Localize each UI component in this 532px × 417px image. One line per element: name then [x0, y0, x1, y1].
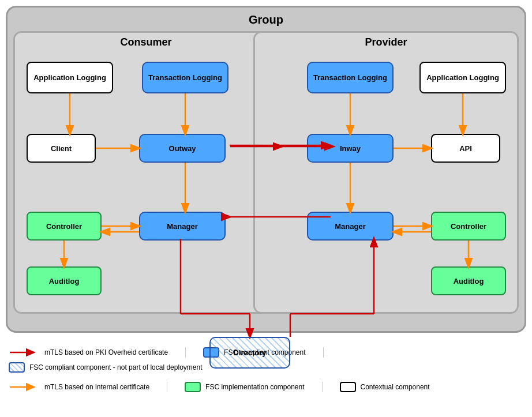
- legend-contextual-label: Contextual component: [361, 383, 430, 391]
- legend-white-box: [340, 382, 356, 392]
- provider-label: Provider: [255, 36, 517, 48]
- legend-fsc-not-local: FSC compliant component - not part of lo…: [9, 362, 202, 373]
- diagram-area: Consumer Application Logging Transaction…: [13, 31, 519, 325]
- group-label: Group: [13, 13, 519, 27]
- main-container: Group Consumer Application Logging Trans…: [0, 0, 532, 404]
- provider-controller: Controller: [431, 212, 506, 241]
- legend-hatched-box: [9, 362, 25, 373]
- consumer-transaction-logging: Transaction Logging: [142, 62, 228, 93]
- legend-mtls-pki-label: mTLS based on PKI Overheid certificate: [44, 348, 168, 356]
- legend-green-box: [185, 382, 201, 392]
- consumer-auditlog: Auditlog: [27, 266, 102, 295]
- provider-api: API: [431, 134, 500, 163]
- provider-app-logging: Application Logging: [419, 62, 506, 93]
- consumer-manager: Manager: [139, 212, 226, 241]
- consumer-label: Consumer: [15, 36, 277, 48]
- consumer-controller: Controller: [27, 212, 102, 241]
- consumer-client: Client: [27, 134, 96, 163]
- provider-auditlog: Auditlog: [431, 266, 506, 295]
- consumer-app-logging: Application Logging: [27, 62, 113, 93]
- legend-mtls-internal-label: mTLS based on internal certificate: [44, 383, 149, 391]
- provider-inway: Inway: [307, 134, 394, 163]
- consumer-outway: Outway: [139, 134, 226, 163]
- provider-transaction-logging: Transaction Logging: [307, 62, 394, 93]
- provider-manager: Manager: [307, 212, 394, 241]
- legend-fsc-implementation: FSC implementation component: [185, 382, 304, 392]
- legend-fsc-implementation-label: FSC implementation component: [205, 383, 304, 391]
- legend-fsc-not-local-label: FSC compliant component - not part of lo…: [29, 363, 202, 371]
- legend-mtls-pki: mTLS based on PKI Overheid certificate: [9, 347, 168, 358]
- directory: Directory: [209, 337, 290, 369]
- legend-mtls-internal: mTLS based on internal certificate: [9, 382, 149, 392]
- legend-contextual: Contextual component: [340, 382, 430, 392]
- group-box: Group Consumer Application Logging Trans…: [6, 6, 526, 333]
